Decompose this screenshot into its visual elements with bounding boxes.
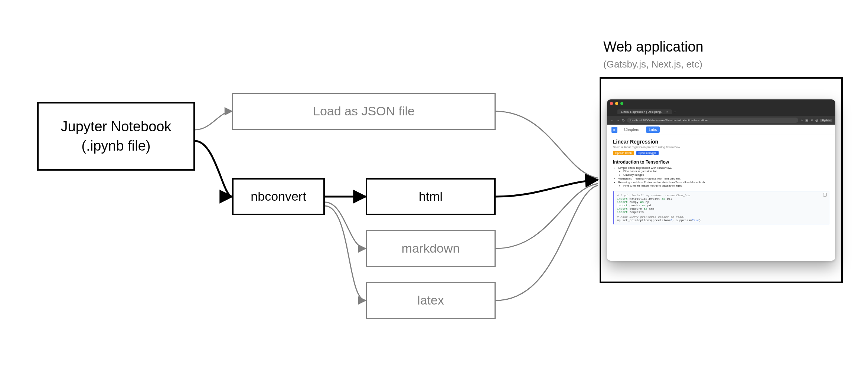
webapp-title: Web application <box>603 39 704 55</box>
browser-tab: Linear Regression | Designing... × <box>617 109 672 114</box>
node-html-label: html <box>419 188 443 205</box>
url-field: localhost:8000/labs/viewer/?lesson=intro… <box>627 118 798 123</box>
node-markdown: markdown <box>366 230 496 267</box>
browser-tab-title: Linear Regression | Designing... <box>621 110 663 114</box>
nav-chapters: Chapters <box>624 128 639 132</box>
page-h1: Linear Regression <box>613 139 829 145</box>
nav-back-icon: ← <box>610 118 614 122</box>
page-h2: Introduction to Tensorflow <box>613 160 829 165</box>
browser-update-button: Update <box>820 119 832 122</box>
code-cell: # ! pip install -q seaborn tensorflow_hu… <box>613 191 829 224</box>
traffic-light-close-icon <box>610 102 613 105</box>
nav-reload-icon: ⟳ <box>622 118 625 122</box>
node-latex-label: latex <box>417 292 444 309</box>
page-content: Linear Regression Solve a linear regress… <box>607 135 835 230</box>
site-header: ≡ Chapters Labs <box>607 125 835 135</box>
node-html: html <box>366 178 496 215</box>
extensions-icon: ▣ <box>805 118 809 122</box>
nav-forward-icon: → <box>616 118 620 122</box>
badge-open-colab: Open in Colab <box>613 151 634 155</box>
browser-tab-row: Linear Regression | Designing... × + <box>607 108 835 116</box>
code-line-7: # Make NumPy printouts easier to read. <box>617 215 826 218</box>
bullet-1: Simple linear regression with Tensorflow… <box>618 166 672 170</box>
traffic-light-minimize-icon <box>615 102 618 105</box>
bullet-2: Visualizing Training Progress with Tenso… <box>618 177 829 180</box>
new-tab-icon: + <box>674 110 676 114</box>
node-load-json: Load as JSON file <box>232 93 496 130</box>
browser-url-bar: ← → ⟳ localhost:8000/labs/viewer/?lesson… <box>607 116 835 125</box>
bullet-3: Re-using models – Pretrained models from… <box>618 181 705 184</box>
node-source-line2: (.ipynb file) <box>61 137 172 155</box>
page-subtitle: Solve a linear regression problem using … <box>613 145 829 149</box>
traffic-light-zoom-icon <box>620 102 623 105</box>
share-icon: ☆ <box>800 118 803 122</box>
node-source-line1: Jupyter Notebook <box>61 117 172 136</box>
puzzle-icon: ✶ <box>810 118 813 122</box>
node-markdown-label: markdown <box>402 240 460 257</box>
nav-labs: Labs <box>646 126 660 133</box>
node-load-json-label: Load as JSON file <box>313 103 415 120</box>
webapp-subtitle: (Gatsby.js, Next.js, etc) <box>603 59 702 70</box>
window-titlebar <box>607 99 835 108</box>
site-logo-icon: ≡ <box>611 127 617 133</box>
page-bullets: Simple linear regression with Tensorflow… <box>613 166 829 187</box>
screenshot-browser-window: Linear Regression | Designing... × + ← →… <box>607 99 835 261</box>
badge-open-kaggle: Open in Kaggle <box>636 151 659 155</box>
copy-icon <box>823 193 827 197</box>
code-line-1: # ! pip install -q seaborn tensorflow_hu… <box>617 194 826 197</box>
bullet-1b: Classify images <box>623 173 829 177</box>
node-jupyter-notebook: Jupyter Notebook (.ipynb file) <box>37 102 195 171</box>
profile-icon: ◒ <box>815 118 818 122</box>
node-latex: latex <box>366 282 496 319</box>
node-nbconvert: nbconvert <box>232 178 325 215</box>
url-text: localhost:8000/labs/viewer/?lesson=intro… <box>630 119 708 122</box>
bullet-1a: Fit a linear regression line <box>623 170 829 173</box>
bullet-3a: Fine tune an image model to classify ima… <box>623 184 829 187</box>
node-nbconvert-label: nbconvert <box>251 188 306 205</box>
